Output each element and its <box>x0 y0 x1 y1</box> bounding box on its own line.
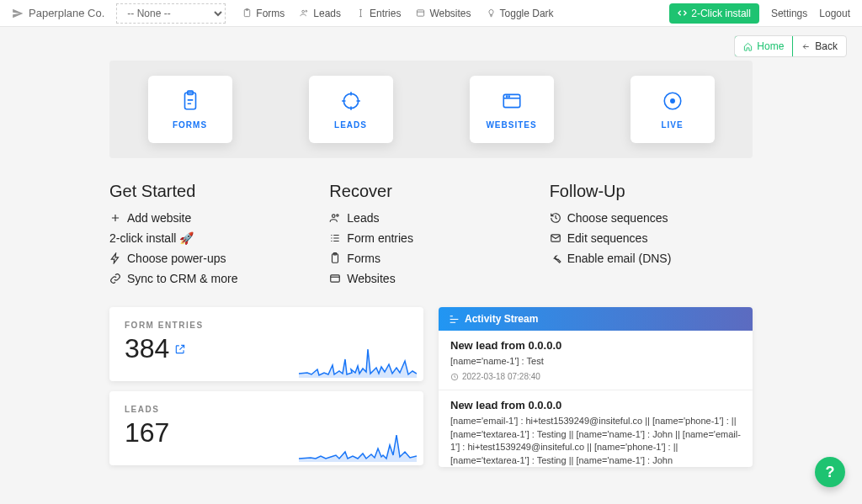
nav-items: Forms Leads Entries Websites Toggle Dark <box>242 8 553 19</box>
nav-settings[interactable]: Settings <box>771 8 807 19</box>
breadcrumb-back[interactable]: Back <box>793 36 846 56</box>
nav-logout[interactable]: Logout <box>819 8 850 19</box>
svg-rect-21 <box>450 321 456 322</box>
site-select[interactable]: -- None -- <box>116 3 226 24</box>
users-icon <box>300 8 309 18</box>
brand-text: Paperplane Co. <box>29 7 104 19</box>
col-title: Recover <box>329 182 532 201</box>
stat-cards: FORM ENTRIES 384 LEADS 167 <box>109 307 423 467</box>
hero-websites[interactable]: WEBSITES <box>470 76 554 143</box>
clipboard-icon <box>179 90 201 112</box>
nav-leads[interactable]: Leads <box>300 8 341 19</box>
link-websites[interactable]: Websites <box>329 272 532 285</box>
nav-entries[interactable]: Entries <box>356 8 401 19</box>
activity-item[interactable]: New lead from 0.0.0.0 [name='name-1'] : … <box>439 331 753 390</box>
link-form-entries[interactable]: Form entries <box>329 231 532 245</box>
clipboard-icon <box>329 252 341 264</box>
activity-stream-header: Activity Stream <box>439 307 753 331</box>
link-enable-email-dns[interactable]: Enable email (DNS) <box>550 252 753 265</box>
stream-icon <box>449 314 460 325</box>
nav-item-label: Leads <box>313 8 341 19</box>
history-icon <box>550 212 561 224</box>
breadcrumb-label: Back <box>815 40 838 52</box>
clock-icon <box>450 373 459 381</box>
link-leads[interactable]: Leads <box>329 211 532 225</box>
col-followup: Follow-Up Choose sequences Edit sequence… <box>550 182 753 292</box>
hero-forms[interactable]: FORMS <box>148 76 232 143</box>
svg-point-14 <box>337 215 338 216</box>
activity-item-body: [name='name-1'] : Test <box>450 355 741 368</box>
nav-right: 2-Click install Settings Logout <box>669 3 850 24</box>
link-add-website[interactable]: Add website <box>109 211 312 225</box>
activity-stream-title: Activity Stream <box>465 313 538 325</box>
hero-card-label: WEBSITES <box>486 120 536 130</box>
hero-leads[interactable]: LEADS <box>309 76 393 143</box>
help-fab[interactable]: ? <box>815 457 845 484</box>
svg-point-7 <box>343 93 358 108</box>
stat-value: 167 <box>125 417 169 448</box>
link-label: Choose power-ups <box>127 252 226 265</box>
mail-icon <box>550 232 561 244</box>
stat-form-entries[interactable]: FORM ENTRIES 384 <box>109 307 423 381</box>
install-button-label: 2-Click install <box>691 8 751 19</box>
hero-card-label: FORMS <box>173 120 207 130</box>
link-forms[interactable]: Forms <box>329 252 532 265</box>
link-2click-install[interactable]: 2-click install 🚀 <box>109 231 312 245</box>
top-nav: Paperplane Co. -- None -- Forms Leads En… <box>0 0 862 27</box>
link-powerups[interactable]: Choose power-ups <box>109 252 312 265</box>
breadcrumb-home[interactable]: Home <box>734 35 793 57</box>
external-link-icon[interactable] <box>174 343 186 355</box>
install-button[interactable]: 2-Click install <box>669 3 759 24</box>
link-label: Edit sequences <box>567 231 648 245</box>
hero-card-label: LEADS <box>334 120 367 130</box>
text-cursor-icon <box>356 8 365 18</box>
link-label: Forms <box>347 252 380 265</box>
hero-tiles: FORMS LEADS WEBSITES LIVE <box>109 61 753 158</box>
nav-item-label: Websites <box>429 8 471 19</box>
link-label: Sync to CRM & more <box>127 272 237 285</box>
hero-live[interactable]: LIVE <box>631 76 715 143</box>
plus-icon <box>109 212 121 224</box>
nav-forms[interactable]: Forms <box>242 8 285 19</box>
nav-item-label: Toggle Dark <box>500 8 554 19</box>
question-icon: ? <box>826 464 835 481</box>
users-icon <box>329 212 341 224</box>
list-icon <box>329 232 341 244</box>
bolt-icon <box>109 252 121 264</box>
nav-toggle-dark[interactable]: Toggle Dark <box>487 8 554 19</box>
arrow-left-icon <box>801 42 811 51</box>
link-label: Websites <box>347 272 395 285</box>
stat-leads[interactable]: LEADS 167 <box>109 391 423 465</box>
clipboard-icon <box>242 8 252 18</box>
brand: Paperplane Co. <box>12 7 104 19</box>
svg-point-12 <box>670 98 673 102</box>
link-label: Form entries <box>347 231 413 245</box>
breadcrumb: Home Back <box>0 27 862 61</box>
svg-point-13 <box>333 215 336 217</box>
link-edit-sequences[interactable]: Edit sequences <box>550 231 753 245</box>
home-icon <box>743 42 753 51</box>
svg-rect-4 <box>418 10 424 16</box>
paperplane-icon <box>12 8 24 19</box>
nav-item-label: Entries <box>370 8 401 19</box>
svg-point-3 <box>306 10 307 12</box>
link-sync-crm[interactable]: Sync to CRM & more <box>109 272 312 285</box>
browser-icon <box>501 90 523 112</box>
svg-point-9 <box>506 96 507 97</box>
window-icon <box>329 273 341 284</box>
nav-websites[interactable]: Websites <box>416 8 471 19</box>
svg-point-10 <box>508 96 509 97</box>
link-icon <box>109 273 121 284</box>
bulb-icon <box>487 8 496 18</box>
activity-item[interactable]: New lead from 0.0.0.0 [name='email-1'] :… <box>439 390 753 467</box>
link-choose-sequences[interactable]: Choose sequences <box>550 211 753 225</box>
activity-scroll[interactable]: New lead from 0.0.0.0 [name='name-1'] : … <box>439 331 753 467</box>
col-get-started: Get Started Add website 2-click install … <box>109 182 312 292</box>
link-label: Add website <box>127 211 191 225</box>
activity-item-timestamp: 2022-03-18 07:28:40 <box>450 372 741 381</box>
col-title: Get Started <box>109 182 312 201</box>
lower-grid: FORM ENTRIES 384 LEADS 167 Activity Stre… <box>109 307 753 467</box>
record-icon <box>662 90 684 112</box>
svg-rect-20 <box>450 318 459 319</box>
nav-item-label: Forms <box>256 8 285 19</box>
